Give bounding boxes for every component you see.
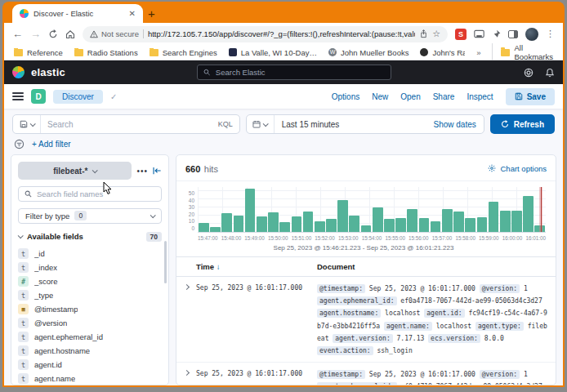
field-item[interactable]: t_type bbox=[18, 290, 162, 301]
time-range-value[interactable]: Last 15 minutes bbox=[275, 115, 434, 133]
back-icon[interactable]: ← bbox=[12, 29, 23, 39]
browser-menu-icon[interactable]: ⋮ bbox=[546, 29, 555, 39]
bookmark-item[interactable]: Search Engines bbox=[150, 48, 217, 57]
help-icon[interactable] bbox=[524, 68, 534, 78]
histogram-bar[interactable] bbox=[453, 212, 464, 232]
forward-icon[interactable]: → bbox=[30, 29, 41, 39]
histogram-bar[interactable] bbox=[315, 221, 325, 232]
expand-row-icon[interactable] bbox=[183, 370, 189, 376]
histogram-bar[interactable] bbox=[337, 200, 348, 232]
histogram-bar[interactable] bbox=[303, 212, 314, 232]
not-secure-warning[interactable]: Not secure bbox=[90, 29, 139, 38]
share-icon[interactable] bbox=[419, 29, 428, 38]
sort-descending-icon[interactable]: ↓ bbox=[217, 262, 221, 271]
histogram-bar[interactable] bbox=[373, 207, 383, 232]
chart-options-link[interactable]: Chart options bbox=[488, 164, 547, 173]
doc-field-chip[interactable]: event.action: bbox=[317, 346, 373, 355]
histogram-bar[interactable] bbox=[395, 218, 406, 232]
url-text[interactable]: http://172.105.7.150/app/discover#/?_g=(… bbox=[148, 29, 415, 38]
toolbar-link-new[interactable]: New bbox=[372, 92, 388, 101]
address-bar[interactable]: Not secure http://172.105.7.150/app/disc… bbox=[83, 26, 448, 42]
bookmark-item[interactable]: La Valle, WI 10-Day… bbox=[229, 48, 317, 57]
histogram-bar[interactable] bbox=[349, 216, 359, 232]
field-item[interactable]: t_id bbox=[18, 248, 162, 260]
kql-label[interactable]: KQL bbox=[218, 120, 239, 128]
tab-close-icon[interactable]: ✕ bbox=[129, 9, 136, 18]
search-input[interactable] bbox=[47, 120, 212, 129]
doc-field-chip[interactable]: @version: bbox=[480, 370, 520, 379]
available-fields-header[interactable]: Available fields 70 bbox=[18, 230, 162, 242]
histogram-bar[interactable] bbox=[257, 216, 267, 232]
toolbar-link-inspect[interactable]: Inspect bbox=[467, 92, 493, 101]
profile-avatar[interactable] bbox=[525, 28, 538, 41]
expand-row-icon[interactable] bbox=[183, 284, 189, 290]
elastic-logo-icon[interactable] bbox=[12, 66, 25, 78]
breadcrumb[interactable]: Discover bbox=[53, 90, 103, 104]
alerts-icon[interactable] bbox=[545, 68, 555, 78]
doc-field-chip[interactable]: agent.ephemeral_id: bbox=[317, 296, 397, 305]
add-filter-link[interactable]: + Add filter bbox=[32, 140, 71, 149]
histogram-bar[interactable] bbox=[511, 211, 522, 232]
time-column-header[interactable]: Time ↓ bbox=[196, 262, 317, 271]
histogram-bar[interactable] bbox=[245, 189, 256, 232]
field-search-box[interactable] bbox=[18, 186, 162, 202]
field-item[interactable]: tagent.hostname bbox=[18, 345, 162, 357]
histogram-bar[interactable] bbox=[465, 218, 475, 232]
doc-field-chip[interactable]: agent.type: bbox=[475, 322, 524, 331]
reload-icon[interactable] bbox=[48, 29, 58, 39]
filter-by-type-select[interactable]: Filter by type 0 bbox=[18, 208, 162, 224]
show-dates-link[interactable]: Show dates bbox=[433, 120, 483, 129]
all-bookmarks-button[interactable]: All Bookmarks bbox=[492, 43, 553, 61]
toolbar-link-open[interactable]: Open bbox=[400, 92, 420, 101]
bookmark-star-icon[interactable]: ☆ bbox=[432, 29, 440, 39]
histogram-bar[interactable] bbox=[442, 209, 453, 232]
histogram-bar[interactable] bbox=[477, 217, 488, 232]
filter-menu-icon[interactable] bbox=[14, 139, 25, 149]
bookmarks-overflow-icon[interactable]: » bbox=[476, 48, 480, 57]
doc-field-chip[interactable]: agent.id: bbox=[424, 309, 464, 318]
side-panel-icon[interactable] bbox=[508, 30, 518, 38]
home-icon[interactable] bbox=[65, 29, 75, 39]
space-avatar[interactable]: D bbox=[31, 89, 46, 104]
bookmark-item[interactable]: John's Random Tho… bbox=[420, 48, 465, 57]
histogram-bar[interactable] bbox=[384, 219, 395, 232]
field-item[interactable]: #_score bbox=[18, 276, 162, 287]
field-item[interactable]: tagent.ephemeral_id bbox=[18, 332, 162, 343]
field-item[interactable]: t_index bbox=[18, 262, 162, 274]
histogram-bar[interactable] bbox=[523, 196, 534, 232]
toolbar-link-options[interactable]: Options bbox=[332, 92, 359, 101]
doc-field-chip[interactable]: agent.ephemeral_id: bbox=[317, 382, 397, 385]
histogram-bar[interactable] bbox=[234, 216, 244, 232]
histogram-bar[interactable] bbox=[221, 213, 232, 232]
field-search-input[interactable] bbox=[37, 189, 155, 198]
bookmark-item[interactable]: Reference bbox=[14, 48, 63, 57]
global-search-box[interactable] bbox=[197, 65, 391, 80]
adblock-extension-icon[interactable]: S bbox=[455, 29, 467, 40]
field-item[interactable]: ▦@timestamp bbox=[18, 304, 162, 315]
histogram-bar[interactable] bbox=[292, 216, 302, 232]
histogram-bar[interactable] bbox=[279, 222, 290, 232]
doc-field-chip[interactable]: ecs.version: bbox=[428, 334, 480, 343]
sidebar-scrollbar[interactable] bbox=[164, 241, 167, 283]
histogram-bar[interactable] bbox=[361, 225, 372, 232]
histogram-bar[interactable] bbox=[407, 209, 417, 232]
histogram-bar[interactable] bbox=[489, 202, 499, 232]
doc-field-chip[interactable]: @version: bbox=[480, 284, 520, 293]
global-search-input[interactable] bbox=[216, 68, 386, 77]
histogram-bar[interactable] bbox=[268, 212, 279, 232]
browser-tab[interactable]: Discover - Elastic ✕ bbox=[12, 4, 143, 23]
field-item[interactable]: t@version bbox=[18, 318, 162, 329]
histogram-bar[interactable] bbox=[419, 218, 430, 232]
histogram-bar[interactable] bbox=[199, 223, 209, 232]
cast-icon[interactable] bbox=[474, 29, 484, 38]
histogram-bar[interactable] bbox=[326, 219, 337, 232]
nav-menu-icon[interactable] bbox=[12, 92, 24, 100]
bookmark-item[interactable]: WJohn Mueller Books bbox=[328, 48, 409, 57]
doc-field-chip[interactable]: agent.name: bbox=[384, 322, 432, 331]
extensions-pin-icon[interactable] bbox=[492, 29, 501, 38]
field-item[interactable]: tagent.name bbox=[18, 373, 162, 385]
sidebar-options-icon[interactable]: ••• bbox=[136, 167, 148, 176]
toolbar-link-share[interactable]: Share bbox=[433, 92, 455, 101]
field-item[interactable]: tagent.id bbox=[18, 359, 162, 371]
histogram-bar[interactable] bbox=[431, 221, 441, 232]
